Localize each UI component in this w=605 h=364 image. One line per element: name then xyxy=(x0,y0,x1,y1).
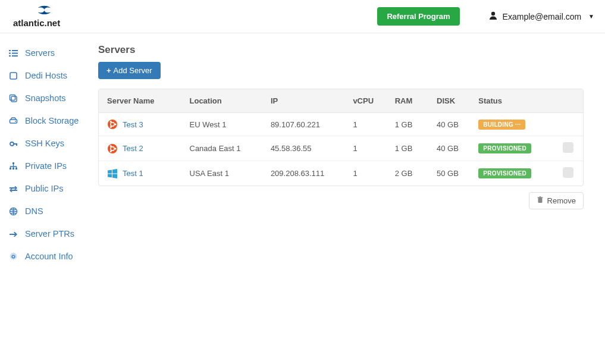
col-ip[interactable]: IP xyxy=(262,89,345,113)
table-row: Test 3EU West 189.107.60.22111 GB40 GBBU… xyxy=(99,113,583,136)
square-icon xyxy=(8,71,18,80)
svg-rect-3 xyxy=(9,52,11,54)
trash-icon xyxy=(537,196,544,205)
svg-point-28 xyxy=(114,148,116,149)
svg-rect-8 xyxy=(10,73,17,79)
brand-logo[interactable]: atlantic.net xyxy=(11,5,70,29)
row-checkbox[interactable] xyxy=(563,167,573,178)
sidebar-item-block-storage[interactable]: Block Storage xyxy=(0,109,98,132)
svg-rect-18 xyxy=(12,168,14,170)
svg-rect-32 xyxy=(537,197,543,199)
svg-rect-9 xyxy=(11,96,17,102)
cell-location: USA East 1 xyxy=(181,161,262,186)
svg-rect-31 xyxy=(538,198,542,203)
svg-point-24 xyxy=(110,121,112,123)
col-status[interactable]: Status xyxy=(470,89,554,113)
sidebar-item-ssh-keys[interactable]: SSH Keys xyxy=(0,132,98,155)
sidebar: ServersDedi HostsSnapshotsBlock StorageS… xyxy=(0,33,98,276)
svg-rect-4 xyxy=(9,55,11,57)
user-email: Example@email.com xyxy=(503,12,581,21)
sidebar-item-server-ptrs[interactable]: Server PTRs xyxy=(0,222,98,245)
chevron-down-icon: ▼ xyxy=(588,13,594,20)
sidebar-item-label: Account Info xyxy=(25,252,73,261)
svg-point-25 xyxy=(110,126,112,128)
col-ram[interactable]: RAM xyxy=(387,89,428,113)
cell-ram: 1 GB xyxy=(387,136,428,161)
windows-os-icon xyxy=(107,168,118,179)
svg-text:atlantic.net: atlantic.net xyxy=(13,18,60,28)
cell-ip: 209.208.63.111 xyxy=(262,161,345,186)
sidebar-item-label: Private IPs xyxy=(25,161,67,171)
sidebar-item-servers[interactable]: Servers xyxy=(0,42,98,64)
sidebar-item-label: DNS xyxy=(25,206,43,216)
row-checkbox[interactable] xyxy=(563,142,573,153)
sidebar-item-label: Snapshots xyxy=(25,93,66,103)
status-badge: PROVISIONED xyxy=(478,143,531,153)
svg-point-30 xyxy=(110,150,112,152)
col-server-name[interactable]: Server Name xyxy=(99,89,181,113)
sidebar-item-label: Block Storage xyxy=(25,116,79,125)
cell-ip: 45.58.36.55 xyxy=(262,136,345,161)
server-name-link[interactable]: Test 3 xyxy=(123,120,143,129)
cell-location: Canada East 1 xyxy=(181,136,262,161)
servers-table: Server Name Location IP vCPU RAM DISK St… xyxy=(98,89,584,186)
svg-rect-16 xyxy=(12,162,14,164)
referral-program-button[interactable]: Referral Program xyxy=(377,7,459,26)
sidebar-item-dedi-hosts[interactable]: Dedi Hosts xyxy=(0,64,98,87)
svg-rect-15 xyxy=(16,143,17,146)
cell-location: EU West 1 xyxy=(181,113,262,136)
cell-vcpu: 1 xyxy=(344,113,386,136)
svg-rect-5 xyxy=(12,50,18,51)
sidebar-item-snapshots[interactable]: Snapshots xyxy=(0,87,98,109)
col-vcpu[interactable]: vCPU xyxy=(344,89,386,113)
add-server-button[interactable]: +Add Server xyxy=(98,62,161,79)
cell-ram: 2 GB xyxy=(387,161,428,186)
server-name-link[interactable]: Test 1 xyxy=(123,169,143,178)
copy-icon xyxy=(8,94,18,103)
cell-ip: 89.107.60.221 xyxy=(262,113,345,136)
sidebar-item-label: Public IPs xyxy=(25,184,63,193)
sidebar-item-private-ips[interactable]: Private IPs xyxy=(0,155,98,177)
sidebar-item-label: Server PTRs xyxy=(25,229,74,239)
svg-rect-2 xyxy=(9,50,11,51)
cell-disk: 50 GB xyxy=(428,161,470,186)
remove-button[interactable]: Remove xyxy=(529,192,584,209)
sitemap-icon xyxy=(8,162,18,171)
key-icon xyxy=(8,139,18,148)
sidebar-item-dns[interactable]: DNS xyxy=(0,200,98,222)
svg-point-12 xyxy=(15,121,16,122)
sidebar-item-label: Servers xyxy=(25,48,55,58)
col-location[interactable]: Location xyxy=(181,89,262,113)
cell-ram: 1 GB xyxy=(387,113,428,136)
user-icon xyxy=(488,11,498,22)
cell-vcpu: 1 xyxy=(344,136,386,161)
svg-point-1 xyxy=(491,12,494,15)
svg-point-13 xyxy=(10,142,14,146)
server-name-link[interactable]: Test 2 xyxy=(123,144,143,153)
globe-icon xyxy=(8,207,18,216)
svg-rect-7 xyxy=(12,55,18,57)
sidebar-item-label: Dedi Hosts xyxy=(25,71,67,80)
cell-disk: 40 GB xyxy=(428,113,470,136)
svg-rect-6 xyxy=(12,52,18,54)
plus-icon: + xyxy=(106,66,111,75)
svg-rect-10 xyxy=(10,95,15,100)
ubuntu-os-icon xyxy=(107,119,118,130)
cell-vcpu: 1 xyxy=(344,161,386,186)
sidebar-item-public-ips[interactable]: Public IPs xyxy=(0,177,98,200)
status-badge: PROVISIONED xyxy=(478,168,531,178)
table-row: Test 1USA East 1209.208.63.11112 GB50 GB… xyxy=(99,161,583,186)
col-disk[interactable]: DISK xyxy=(428,89,470,113)
svg-point-29 xyxy=(110,145,112,146)
topbar: atlantic.net Referral Program Example@em… xyxy=(0,0,605,33)
exchange-icon xyxy=(8,184,18,193)
sidebar-item-account-info[interactable]: Account Info xyxy=(0,245,98,268)
user-menu[interactable]: Example@email.com ▼ xyxy=(488,11,594,22)
svg-point-23 xyxy=(114,123,116,125)
list-icon xyxy=(8,49,18,58)
svg-rect-19 xyxy=(15,168,17,170)
svg-rect-17 xyxy=(10,168,11,170)
cell-disk: 40 GB xyxy=(428,136,470,161)
ubuntu-os-icon xyxy=(107,143,118,154)
sidebar-item-label: SSH Keys xyxy=(25,139,64,148)
